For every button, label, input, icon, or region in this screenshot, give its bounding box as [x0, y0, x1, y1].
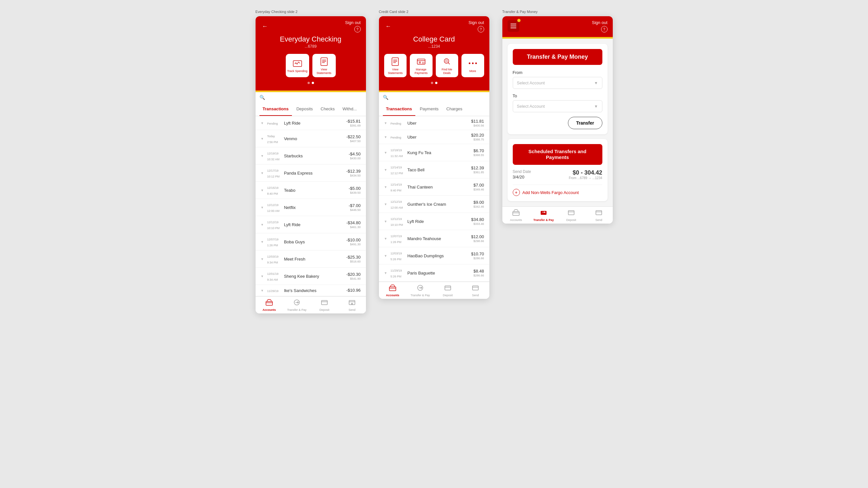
nav-deposit-3[interactable]: Deposit: [558, 209, 585, 222]
nav-transfer-label-2: Transfer & Pay: [410, 294, 430, 297]
table-row[interactable]: ▼ 12/14/1912:12 PM Taco Bell $12.39 $361…: [379, 161, 489, 178]
tx-date-col: Today2:56 PM: [267, 133, 284, 144]
nav-transfer-3[interactable]: Transfer & Pay: [530, 209, 558, 222]
sign-out-button[interactable]: Sign out: [345, 20, 361, 25]
table-row[interactable]: ▼ 11/29/19 Ike's Sandwiches -$10.96: [255, 285, 366, 296]
table-row[interactable]: ▼ 11/29/195:26 PM Paris Baguette $8.48 $…: [379, 264, 489, 282]
table-row[interactable]: ▼ 12/14/199:40 PM Thai Canteen $7.00 $34…: [379, 178, 489, 196]
table-row[interactable]: ▼ 12/03/199:34 PM Meet Fresh -$25.30 $51…: [255, 251, 366, 268]
tx-date-col: 12/19/1910:32 AM: [267, 150, 284, 162]
nav-accounts-1[interactable]: Accounts: [255, 299, 283, 312]
back-button[interactable]: ←: [261, 22, 269, 31]
sign-out-button-3[interactable]: Sign out: [592, 20, 608, 25]
nav-deposit-label-1: Deposit: [319, 308, 330, 312]
transfer-body: Transfer & Pay Money From Select Account…: [502, 39, 613, 206]
tx-date-col: 12/07/191:26 PM: [390, 233, 407, 244]
table-row[interactable]: ▼ Pending Uber $20.20 $388.75: [379, 130, 489, 144]
nav-send-2[interactable]: Send: [462, 285, 489, 297]
slide-3-container: Transfer & Pay Money Sign out ?: [502, 10, 613, 224]
nav-send-label-2: Send: [472, 294, 479, 297]
nav-accounts-3[interactable]: Accounts: [502, 209, 530, 222]
table-row[interactable]: ▼ 12/12/1910:10 PM Lyft Ride $34.80 $333…: [379, 213, 489, 230]
tx-amount: $20.20: [471, 133, 484, 137]
search-icon-2: 🔍: [383, 95, 389, 100]
nav-deposit-1[interactable]: Deposit: [311, 299, 338, 312]
nav-transfer-2[interactable]: Transfer & Pay: [407, 285, 434, 297]
table-row[interactable]: ▼ Pending Uber $11.81 $400.56: [379, 116, 489, 130]
table-row[interactable]: ▼ 12/17/1910:12 PM Panda Express -$12.39…: [255, 164, 366, 182]
transactions-section-2: 🔍 Transactions Payments Charges ▼ Pendin…: [379, 92, 489, 282]
table-row[interactable]: ▼ 12/12/1910:10 PM Lyft Ride -$34.80 $46…: [255, 216, 366, 233]
hamburger-menu[interactable]: [507, 20, 519, 32]
nav-accounts-2[interactable]: Accounts: [379, 285, 407, 297]
sign-out-button-2[interactable]: Sign out: [469, 20, 484, 25]
tab-checks-1[interactable]: Checks: [317, 102, 338, 116]
tx-name: Boba Guys: [284, 239, 346, 244]
manage-payments-btn[interactable]: $= ManagePayments: [410, 54, 433, 77]
view-statements-btn[interactable]: View Statements: [312, 54, 336, 77]
nav-send-1[interactable]: Send: [338, 299, 366, 312]
table-row[interactable]: ▼ 12/03/195:26 PM HaoBao Dumplings $10.7…: [379, 247, 489, 264]
send-icon-2: [472, 285, 479, 293]
slide-3-label: Transfer & Pay Money: [502, 10, 613, 13]
from-chevron-icon: ▼: [594, 81, 598, 85]
help-icon-3[interactable]: ?: [601, 26, 608, 32]
tx-amount-col: $10.70 $286.66: [471, 252, 484, 260]
accounts-icon-2: [389, 285, 396, 293]
table-row[interactable]: ▼ 12/18/1911:32 AM Kung Fu Tea $6.70 $36…: [379, 144, 489, 161]
tx-amount-col: $9.00 $342.46: [473, 200, 484, 208]
tab-charges-2[interactable]: Charges: [443, 102, 466, 116]
table-row[interactable]: ▼ 12/12/1912:00 AM Netflix -$7.00 $446.5…: [255, 199, 366, 216]
from-select[interactable]: Select Account ▼: [513, 77, 602, 89]
nav-send-3[interactable]: Send: [585, 209, 613, 222]
tx-balance: $434.50: [346, 174, 361, 177]
view-statements-btn-2[interactable]: ViewStatements: [384, 54, 407, 77]
to-select[interactable]: Select Account ▼: [513, 100, 602, 112]
tab-withd-1[interactable]: Withd...: [339, 102, 360, 116]
tx-name: Starbucks: [284, 154, 348, 158]
tx-amount-col: -$12.39 $434.50: [346, 169, 361, 177]
tx-balance: $439.50: [349, 191, 361, 194]
action-buttons-2: ViewStatements $= ManagePa: [384, 54, 484, 77]
tab-transactions-2[interactable]: Transactions: [383, 102, 415, 116]
table-row[interactable]: ▼ 12/19/1910:32 AM Starbucks -$4.50 $430…: [255, 147, 366, 164]
tx-balance: $516.60: [346, 260, 361, 263]
tx-balance: $286.66: [471, 257, 484, 260]
more-btn[interactable]: More: [461, 54, 484, 77]
dot-2-2: [435, 82, 437, 84]
tx-date: 12/12/1912:00 AM: [267, 203, 279, 213]
table-row[interactable]: ▼ 12/01/199:34 AM Sheng Kee Bakery -$20.…: [255, 268, 366, 285]
table-row[interactable]: ▼ 12/15/198:40 PM Teabo -$5.00 $439.50: [255, 182, 366, 199]
tx-amount-col: $6.70 $368.55: [473, 148, 484, 157]
tab-deposits-1[interactable]: Deposits: [293, 102, 316, 116]
add-account-row[interactable]: + Add Non-Wells Fargo Account: [513, 189, 602, 196]
help-icon[interactable]: ?: [354, 26, 361, 32]
tx-balance: $298.66: [471, 239, 484, 243]
nav-send-label-3: Send: [595, 218, 602, 222]
slide-1-label: Everyday Checking slide 2: [255, 10, 366, 13]
table-row[interactable]: ▼ 12/07/191:26 PM Boba Guys -$10.00 $491…: [255, 233, 366, 251]
deposit-icon-3: [568, 209, 575, 217]
nav-transfer-1[interactable]: Transfer & Pay: [283, 299, 311, 312]
from-select-text: Select Account: [517, 80, 545, 85]
back-button-2[interactable]: ←: [384, 22, 393, 31]
tab-bar-2: Transactions Payments Charges: [379, 102, 489, 116]
tx-balance: $446.50: [349, 208, 361, 212]
chevron-icon: ▼: [261, 121, 264, 125]
table-row[interactable]: ▼ Pending Lyft Ride -$15.81 $391.69: [255, 116, 366, 130]
transfer-button[interactable]: Transfer: [568, 117, 602, 129]
tx-name: Ike's Sandwiches: [284, 288, 346, 293]
nav-deposit-2[interactable]: Deposit: [434, 285, 462, 297]
tx-balance: $407.50: [346, 139, 361, 143]
help-icon-2[interactable]: ?: [478, 26, 484, 32]
track-spending-btn[interactable]: Track Spending: [286, 54, 309, 77]
tx-balance: $368.55: [473, 154, 484, 157]
table-row[interactable]: ▼ Today2:56 PM Venmo -$22.50 $407.50: [255, 130, 366, 147]
find-deals-btn[interactable]: Find MeDeals: [436, 54, 459, 77]
tab-transactions-1[interactable]: Transactions: [259, 102, 292, 116]
table-row[interactable]: ▼ 12/07/191:26 PM Mandro Teahouse $12.00…: [379, 230, 489, 247]
view-statements-label: View Statements: [314, 68, 335, 75]
tab-payments-2[interactable]: Payments: [416, 102, 442, 116]
slide-1-header-top: ← Sign out ?: [261, 20, 361, 32]
table-row[interactable]: ▼ 12/12/1912:00 AM Gunther's Ice Cream $…: [379, 196, 489, 213]
